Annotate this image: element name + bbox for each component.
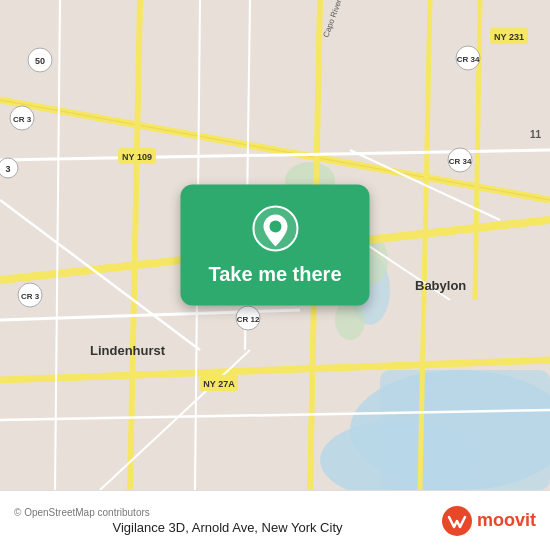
svg-text:CR 12: CR 12 bbox=[237, 315, 260, 324]
take-me-there-overlay[interactable]: Take me there bbox=[180, 185, 369, 306]
copyright-text: © OpenStreetMap contributors bbox=[14, 507, 441, 518]
svg-point-52 bbox=[269, 221, 281, 233]
svg-text:50: 50 bbox=[35, 56, 45, 66]
svg-text:CR 3: CR 3 bbox=[13, 115, 32, 124]
moovit-icon bbox=[441, 505, 473, 537]
svg-text:CR 3: CR 3 bbox=[21, 292, 40, 301]
take-me-there-card[interactable]: Take me there bbox=[180, 185, 369, 306]
map-view: NY 109 NY 27A NY 231 CR 3 CR 3 CR 34 CR … bbox=[0, 0, 550, 490]
svg-text:CR 34: CR 34 bbox=[457, 55, 480, 64]
moovit-logo: moovit bbox=[441, 505, 536, 537]
svg-text:NY 231: NY 231 bbox=[494, 32, 524, 42]
svg-point-8 bbox=[335, 300, 365, 340]
svg-text:Babylon: Babylon bbox=[415, 278, 466, 293]
svg-text:CR 34: CR 34 bbox=[449, 157, 472, 166]
location-pin-icon bbox=[251, 205, 299, 253]
svg-text:NY 27A: NY 27A bbox=[203, 379, 235, 389]
svg-text:NY 109: NY 109 bbox=[122, 152, 152, 162]
address-text: Vigilance 3D, Arnold Ave, New York City bbox=[14, 520, 441, 535]
moovit-brand-text: moovit bbox=[477, 510, 536, 531]
bottom-bar: © OpenStreetMap contributors Vigilance 3… bbox=[0, 490, 550, 550]
svg-text:11: 11 bbox=[530, 129, 542, 140]
svg-rect-3 bbox=[380, 370, 550, 490]
svg-text:3: 3 bbox=[5, 164, 10, 174]
take-me-there-label: Take me there bbox=[208, 263, 341, 286]
svg-text:Lindenhurst: Lindenhurst bbox=[90, 343, 166, 358]
